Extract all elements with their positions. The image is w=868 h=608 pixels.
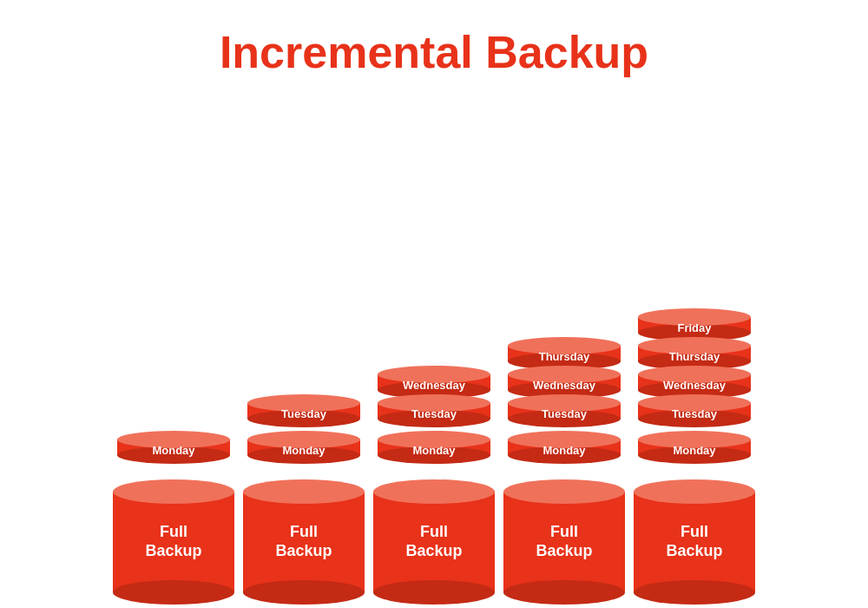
inc-stack-2: MondayTuesday <box>247 402 360 467</box>
svg-point-81 <box>634 580 755 605</box>
inc-stack-4: MondayTuesdayWednesdayThursday <box>508 345 621 467</box>
svg-point-6 <box>113 479 234 504</box>
inc-stack-1: Monday <box>117 431 230 467</box>
svg-text:Tuesday: Tuesday <box>542 407 588 420</box>
disk-item: Monday <box>117 431 230 467</box>
svg-text:Friday: Friday <box>677 321 712 334</box>
svg-text:Backup: Backup <box>536 542 592 559</box>
full-backup-cylinder: FullBackup <box>503 479 625 608</box>
svg-text:Full: Full <box>681 523 708 540</box>
svg-text:Monday: Monday <box>542 444 586 457</box>
svg-point-19 <box>243 479 365 504</box>
disk-item: Monday <box>508 431 621 467</box>
svg-point-56 <box>503 580 625 605</box>
svg-text:Backup: Backup <box>405 542 462 559</box>
inc-stack-3: MondayTuesdayWednesday <box>378 373 490 467</box>
svg-point-57 <box>503 479 625 504</box>
svg-text:Wednesday: Wednesday <box>533 379 596 392</box>
column-2: MondayTuesdayFullBackup <box>243 402 365 608</box>
svg-text:Monday: Monday <box>152 444 195 457</box>
svg-text:Monday: Monday <box>282 444 326 457</box>
svg-point-82 <box>634 479 755 504</box>
diagram-area: MondayFullBackupMondayTuesdayFullBackupM… <box>0 96 868 608</box>
disk-item: Monday <box>638 431 751 467</box>
disk-item: Tuesday <box>638 394 751 431</box>
svg-point-36 <box>373 479 495 504</box>
svg-text:Tuesday: Tuesday <box>411 407 457 420</box>
svg-text:Backup: Backup <box>145 542 201 559</box>
svg-text:Full: Full <box>160 523 187 540</box>
disk-item: Tuesday <box>247 394 360 431</box>
svg-text:Monday: Monday <box>673 444 716 457</box>
svg-text:Backup: Backup <box>666 542 722 559</box>
disk-item: Monday <box>247 431 360 467</box>
svg-text:Thursday: Thursday <box>539 350 590 363</box>
column-5: MondayTuesdayWednesdayThursdayFridayFull… <box>634 316 755 608</box>
page-title: Incremental Backup <box>220 26 648 78</box>
full-backup-cylinder: FullBackup <box>634 479 755 608</box>
svg-point-18 <box>243 580 365 605</box>
svg-text:Tuesday: Tuesday <box>281 407 327 420</box>
full-backup-cylinder: FullBackup <box>243 479 365 608</box>
full-backup-cylinder: FullBackup <box>113 479 234 608</box>
svg-text:Thursday: Thursday <box>669 350 720 363</box>
column-3: MondayTuesdayWednesdayFullBackup <box>373 373 495 608</box>
column-1: MondayFullBackup <box>113 431 234 608</box>
column-4: MondayTuesdayWednesdayThursdayFullBackup <box>503 345 625 608</box>
svg-text:Monday: Monday <box>412 444 456 457</box>
svg-text:Tuesday: Tuesday <box>672 407 718 420</box>
disk-item: Monday <box>378 431 490 467</box>
svg-text:Full: Full <box>290 523 318 540</box>
svg-text:Full: Full <box>550 523 578 540</box>
disk-item: Tuesday <box>508 394 621 431</box>
inc-stack-5: MondayTuesdayWednesdayThursdayFriday <box>638 316 751 467</box>
svg-point-5 <box>113 580 234 605</box>
svg-text:Backup: Backup <box>275 542 332 559</box>
svg-text:Full: Full <box>420 523 448 540</box>
full-backup-cylinder: FullBackup <box>373 479 495 608</box>
svg-text:Wednesday: Wednesday <box>403 379 466 392</box>
svg-point-35 <box>373 580 495 605</box>
disk-item: Tuesday <box>378 394 490 431</box>
svg-text:Wednesday: Wednesday <box>663 379 727 392</box>
